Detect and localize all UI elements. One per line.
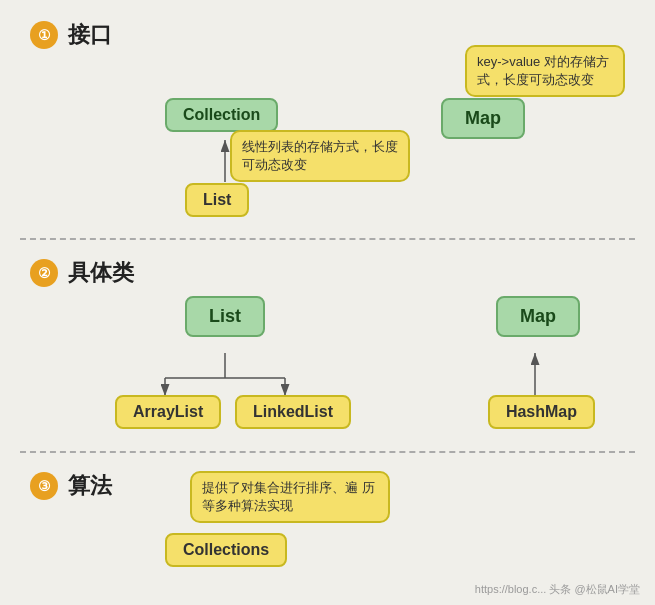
circle-num-1: ① <box>30 21 58 49</box>
node-list-1: List <box>185 183 249 217</box>
section-interface: ① 接口 key->value 对的存储方 式，长度可动态改变 Map Coll… <box>10 10 645 230</box>
node-map-1: Map <box>441 98 525 139</box>
divider-2 <box>20 451 635 453</box>
node-collection: Collection <box>165 98 278 132</box>
section-concrete: ② 具体类 <box>10 248 645 443</box>
divider-1 <box>20 238 635 240</box>
node-linkedlist: LinkedList <box>235 395 351 429</box>
node-hashmap: HashMap <box>488 395 595 429</box>
circle-num-3: ③ <box>30 472 58 500</box>
node-arraylist: ArrayList <box>115 395 221 429</box>
node-map-2: Map <box>496 296 580 337</box>
section2-header: ② 具体类 <box>30 258 625 288</box>
node-collections: Collections <box>165 533 287 567</box>
node-list-2: List <box>185 296 265 337</box>
watermark: https://blog.c... 头条 @松鼠AI学堂 <box>475 582 640 597</box>
tooltip-list: 线性列表的存储方式，长度 可动态改变 <box>230 130 410 182</box>
section1-title: 接口 <box>68 20 112 50</box>
tooltip-map: key->value 对的存储方 式，长度可动态改变 <box>465 45 625 97</box>
tooltip-collections: 提供了对集合进行排序、遍 历等多种算法实现 <box>190 471 390 523</box>
main-container: ① 接口 key->value 对的存储方 式，长度可动态改变 Map Coll… <box>0 0 655 605</box>
section2-title: 具体类 <box>68 258 134 288</box>
section3-title: 算法 <box>68 471 112 501</box>
circle-num-2: ② <box>30 259 58 287</box>
